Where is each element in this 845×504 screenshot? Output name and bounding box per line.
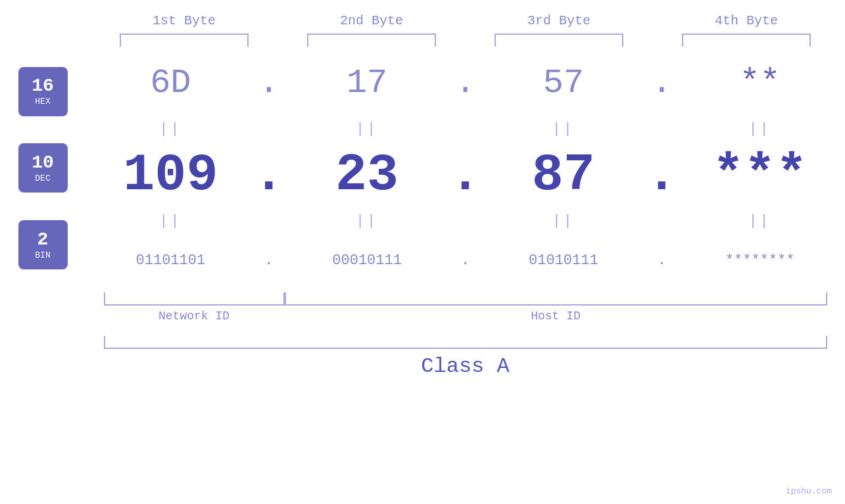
byte2-col: 2nd Byte	[291, 13, 452, 47]
eq2-4: ||	[748, 213, 771, 229]
dec-cell-4: ***	[675, 145, 845, 205]
network-bracket	[104, 292, 285, 306]
bin-val-1: 01101101	[136, 252, 206, 269]
byte4-label: 4th Byte	[715, 13, 778, 28]
dec-name: DEC	[35, 173, 50, 183]
eq-cell-2: ||	[282, 121, 452, 137]
eq-cell-3: ||	[479, 121, 649, 137]
bottom-area: Network ID Host ID	[104, 292, 827, 323]
byte2-label: 2nd Byte	[340, 13, 403, 28]
dec-val-2: 23	[335, 145, 398, 205]
eq2-1: ||	[159, 213, 181, 229]
class-bracket	[104, 336, 827, 349]
byte2-bracket-top	[307, 34, 436, 47]
eq-2: ||	[356, 121, 378, 137]
byte3-label: 3rd Byte	[527, 13, 591, 28]
host-id-label: Host ID	[285, 309, 827, 323]
bin-dot-3: .	[648, 252, 675, 269]
eq2-cell-3: ||	[479, 213, 649, 229]
bin-number: 2	[37, 230, 49, 250]
label-row: Network ID Host ID	[104, 309, 827, 323]
bin-cell-3: 01010111	[479, 252, 649, 269]
bin-cell-1: 01101101	[85, 252, 256, 269]
hex-dot-2: .	[452, 64, 479, 103]
eq2-cell-1: ||	[85, 213, 256, 229]
byte3-bracket-top	[495, 34, 623, 47]
hex-row: 6D . 17 . 57 . **	[85, 47, 845, 119]
eq-4: ||	[748, 121, 771, 137]
eq2-2: ||	[356, 213, 378, 229]
byte3-col: 3rd Byte	[479, 13, 640, 47]
dec-cell-2: 23	[282, 145, 452, 205]
byte1-bracket-top	[120, 34, 249, 47]
eq-1: ||	[159, 121, 181, 137]
bracket-bottom-row	[104, 292, 827, 306]
bin-row: 01101101 . 00010111 . 01010111 .	[85, 231, 845, 290]
equals-row-2: || || || ||	[85, 211, 845, 231]
dec-cell-3: 87	[479, 145, 649, 205]
dec-val-3: 87	[532, 145, 595, 205]
bin-dot-2: .	[452, 252, 479, 269]
hex-number: 16	[32, 76, 54, 97]
bin-name: BIN	[35, 250, 50, 260]
eq2-3: ||	[552, 213, 575, 229]
bin-val-2: 00010111	[332, 252, 402, 269]
hex-val-1: 6D	[150, 64, 191, 103]
network-id-label: Network ID	[104, 309, 285, 323]
dec-dot-3: .	[648, 145, 675, 205]
hex-val-3: 57	[543, 64, 584, 103]
main-container: 1st Byte 2nd Byte 3rd Byte 4th Byte 16 H…	[0, 0, 845, 504]
byte4-bracket-top	[682, 34, 811, 47]
hex-cell-4: **	[675, 64, 845, 103]
hex-badge: 16 HEX	[18, 67, 68, 116]
dec-val-4: ***	[713, 145, 808, 205]
bin-cell-2: 00010111	[282, 252, 452, 269]
hex-name: HEX	[35, 97, 50, 106]
eq-cell-1: ||	[85, 121, 256, 137]
bin-cell-4: ********	[675, 252, 845, 269]
bin-badge: 2 BIN	[18, 220, 68, 269]
hex-cell-1: 6D	[85, 64, 256, 103]
eq-cell-4: ||	[675, 121, 845, 137]
eq-3: ||	[552, 121, 575, 137]
host-bracket	[285, 292, 827, 306]
base-labels: 16 HEX 10 DEC 2 BIN	[0, 47, 85, 290]
byte1-col: 1st Byte	[104, 13, 265, 47]
class-area: Class A	[104, 336, 827, 378]
dec-row: 109 . 23 . 87 . ***	[85, 139, 845, 211]
dec-number: 10	[32, 153, 54, 173]
class-label: Class A	[104, 354, 827, 378]
byte1-label: 1st Byte	[153, 13, 216, 28]
rows-container: 6D . 17 . 57 . **	[85, 47, 845, 290]
eq2-cell-2: ||	[282, 213, 452, 229]
content-area: 16 HEX 10 DEC 2 BIN 6D .	[0, 47, 845, 290]
hex-val-4: **	[739, 64, 780, 103]
hex-cell-3: 57	[479, 64, 649, 103]
hex-val-2: 17	[347, 64, 387, 103]
dec-badge: 10 DEC	[18, 143, 68, 193]
watermark: ipshu.com	[786, 486, 832, 496]
byte4-col: 4th Byte	[666, 13, 827, 47]
dec-dot-1: .	[256, 145, 282, 205]
hex-dot-3: .	[648, 64, 675, 103]
equals-row-1: || || || ||	[85, 119, 845, 139]
bin-val-3: 01010111	[529, 252, 598, 269]
header-row: 1st Byte 2nd Byte 3rd Byte 4th Byte	[104, 13, 827, 47]
hex-dot-1: .	[256, 64, 282, 103]
dec-dot-2: .	[452, 145, 479, 205]
dec-cell-1: 109	[85, 145, 256, 205]
dec-val-1: 109	[123, 145, 218, 205]
eq2-cell-4: ||	[675, 213, 845, 229]
hex-cell-2: 17	[282, 64, 452, 103]
bin-dot-1: .	[256, 252, 282, 269]
bin-val-4: ********	[725, 252, 795, 269]
